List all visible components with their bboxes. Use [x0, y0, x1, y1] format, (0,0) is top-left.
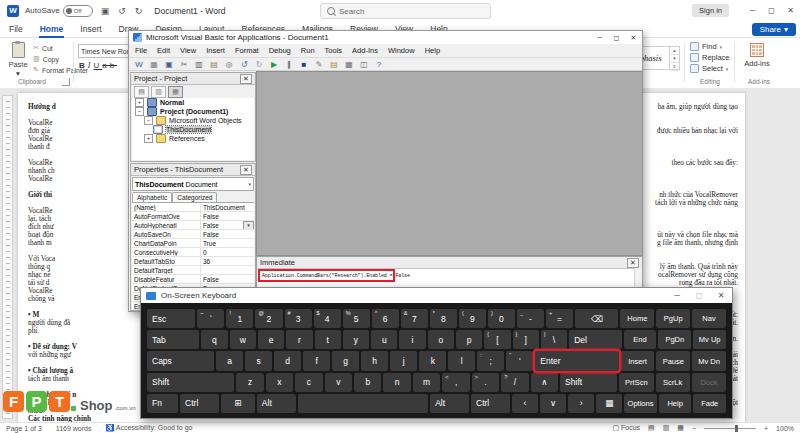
save-icon[interactable]: ▣: [101, 6, 110, 16]
key-scrlk[interactable]: ScrLk: [656, 373, 690, 392]
style-gallery-scroll[interactable]: ▴▾≡: [669, 46, 680, 70]
vba-minimize-button[interactable]: ─: [591, 34, 608, 42]
tab-insert[interactable]: Insert: [79, 22, 102, 36]
cut-button[interactable]: ✂: [178, 59, 190, 70]
key-ctrl[interactable]: Ctrl: [471, 394, 510, 413]
property-row-name[interactable]: (Name)ThisDocument: [132, 203, 254, 212]
expand-icon[interactable]: +: [135, 98, 144, 107]
key-key[interactable]: ?/: [501, 373, 528, 392]
key-shift[interactable]: Shift: [147, 373, 234, 392]
break-button[interactable]: ∥: [283, 59, 295, 70]
key-v[interactable]: v: [325, 373, 352, 392]
copy-button[interactable]: ▥Copy: [33, 55, 59, 63]
key-key[interactable]: ~`: [197, 309, 224, 328]
find-button[interactable]: Find▾: [690, 42, 730, 51]
search-input[interactable]: Search: [320, 3, 491, 19]
key-b[interactable]: b: [354, 373, 381, 392]
key-key[interactable]: <,: [442, 373, 469, 392]
save-button[interactable]: ▣: [163, 59, 175, 70]
tab-file[interactable]: File: [8, 22, 24, 36]
vba-menu-edit[interactable]: Edit: [157, 46, 170, 55]
key-8[interactable]: *8: [430, 309, 457, 328]
key-w[interactable]: w: [230, 330, 256, 349]
properties-object-select[interactable]: ThisDocument Document ▾: [132, 177, 254, 191]
key-3[interactable]: #3: [285, 309, 312, 328]
key-key[interactable]: {[: [484, 330, 510, 349]
design-mode-button[interactable]: ✎: [313, 59, 325, 70]
project-explorer-button[interactable]: ▤: [328, 59, 340, 70]
key-key[interactable]: |\: [541, 330, 567, 349]
find-button[interactable]: ◎: [223, 59, 235, 70]
font-format-buttons[interactable]: BIUab: [79, 61, 117, 70]
key-o[interactable]: o: [428, 330, 454, 349]
key-key[interactable]: >.: [472, 373, 499, 392]
key-key[interactable]: ∨: [540, 394, 566, 413]
key-0[interactable]: )0: [488, 309, 515, 328]
key-key[interactable]: :;: [477, 351, 504, 370]
tree-item-references[interactable]: +References: [132, 134, 254, 143]
key-caps[interactable]: Caps: [147, 351, 214, 370]
vba-menu-run[interactable]: Run: [301, 46, 315, 55]
key-s[interactable]: s: [245, 351, 272, 370]
tree-item-normal[interactable]: +Normal: [132, 98, 254, 107]
key-4[interactable]: $4: [314, 309, 341, 328]
key-pgup[interactable]: PgUp: [656, 309, 690, 328]
key-tab[interactable]: Tab: [147, 330, 199, 349]
key-y[interactable]: y: [343, 330, 369, 349]
vba-menu-tools[interactable]: Tools: [325, 46, 343, 55]
read-mode-button[interactable]: ▤: [648, 424, 655, 432]
key-key[interactable]: ⌫: [575, 309, 618, 328]
key-g[interactable]: g: [332, 351, 359, 370]
expand-icon[interactable]: −: [135, 107, 144, 116]
key-fade[interactable]: Fade: [693, 394, 726, 413]
key-nav[interactable]: Nav: [692, 309, 726, 328]
clipboard-dialog-launcher[interactable]: [62, 78, 70, 86]
immediate-code[interactable]: Application.CommandBars("Research").Enab…: [257, 269, 642, 279]
tree-item-project-document1[interactable]: −Project (Document1): [132, 107, 254, 116]
expand-icon[interactable]: −: [144, 116, 153, 125]
key-z[interactable]: z: [236, 373, 263, 392]
key-n[interactable]: n: [383, 373, 410, 392]
key-mv-dn[interactable]: Mv Dn: [692, 351, 726, 370]
key-key[interactable]: "': [506, 351, 533, 370]
key-j[interactable]: j: [390, 351, 417, 370]
key-prtscn[interactable]: PrtScn: [619, 373, 653, 392]
tab-home[interactable]: Home: [39, 22, 65, 36]
sign-in-button[interactable]: Sign in: [692, 4, 729, 17]
minimize-button[interactable]: ─: [743, 6, 762, 15]
zoom-level[interactable]: 100%: [776, 425, 794, 432]
key-r[interactable]: r: [286, 330, 312, 349]
vba-menu-format[interactable]: Format: [235, 46, 259, 55]
key-end[interactable]: End: [624, 330, 657, 349]
zoom-slider[interactable]: [704, 428, 756, 429]
immediate-close-icon[interactable]: ✕: [627, 258, 639, 268]
paste-button[interactable]: ▤: [208, 59, 220, 70]
key-t[interactable]: t: [315, 330, 341, 349]
vba-code-area[interactable]: [256, 71, 643, 256]
key-home[interactable]: Home: [620, 309, 654, 328]
autosave-toggle[interactable]: AutoSave Off: [25, 5, 93, 17]
key-2[interactable]: @2: [255, 309, 282, 328]
zoom-out-button[interactable]: −: [692, 425, 696, 432]
key-pgdn[interactable]: PgDn: [658, 330, 691, 349]
object-browser-button[interactable]: ◫: [358, 59, 370, 70]
word-count[interactable]: 1169 words: [56, 425, 92, 432]
property-row-defaulttarget[interactable]: DefaultTarget: [132, 266, 254, 275]
key-key[interactable]: +=: [546, 309, 573, 328]
key-del[interactable]: Del: [569, 330, 621, 349]
expand-icon[interactable]: +: [144, 134, 153, 143]
vba-menu-view[interactable]: View: [180, 46, 196, 55]
key-insert[interactable]: Insert: [621, 351, 655, 370]
key-u[interactable]: u: [371, 330, 397, 349]
replace-button[interactable]: Replace: [690, 53, 730, 62]
key-key[interactable]: }]: [513, 330, 539, 349]
key-esc[interactable]: Esc: [147, 309, 195, 328]
key-9[interactable]: (9: [459, 309, 486, 328]
key-dock[interactable]: Dock: [692, 373, 726, 392]
select-button[interactable]: Select▾: [690, 64, 730, 73]
key-l[interactable]: l: [448, 351, 475, 370]
redo-icon[interactable]: ↻: [135, 6, 143, 16]
reset-button[interactable]: ■: [298, 59, 310, 70]
key-space[interactable]: [298, 394, 428, 413]
toggle-folders-button[interactable]: ▦: [168, 86, 183, 98]
